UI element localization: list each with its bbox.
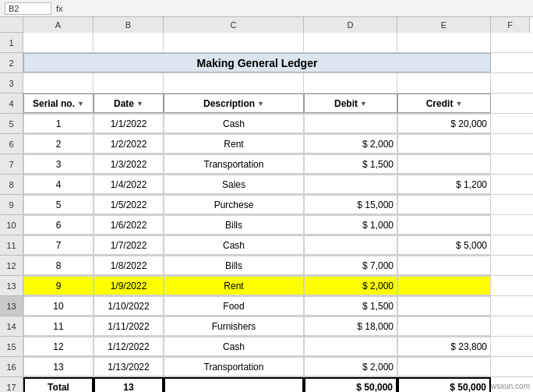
row-header-1[interactable]: 1 — [0, 33, 23, 53]
header-description[interactable]: Description ▼ — [164, 94, 304, 113]
cell-serial-5[interactable]: 5 — [23, 195, 94, 214]
row-header-6[interactable]: 6 — [0, 134, 23, 154]
credit-dropdown-icon[interactable]: ▼ — [455, 100, 462, 108]
cell-credit-3[interactable] — [397, 154, 491, 174]
cell-desc-3[interactable]: Transportation — [164, 154, 304, 174]
cell-serial-3[interactable]: 3 — [23, 154, 94, 174]
cell-e3[interactable] — [304, 73, 397, 93]
cell-date-6[interactable]: 1/6/2022 — [94, 215, 164, 235]
cell-date-13[interactable]: 1/13/2022 — [94, 357, 164, 376]
cell-desc-6[interactable]: Bills — [164, 215, 304, 235]
col-header-g[interactable]: F — [491, 17, 530, 33]
col-header-e[interactable]: D — [304, 17, 397, 33]
col-header-f[interactable]: E — [397, 17, 491, 33]
cell-credit-5[interactable] — [397, 195, 491, 214]
row-header-14[interactable]: 13 — [0, 296, 23, 316]
cell-serial-7[interactable]: 7 — [23, 235, 94, 255]
cell-date-7[interactable]: 1/7/2022 — [94, 235, 164, 255]
cell-desc-12[interactable]: Cash — [164, 337, 304, 356]
col-header-d[interactable]: C — [164, 17, 304, 33]
date-dropdown-icon[interactable]: ▼ — [136, 100, 143, 108]
cell-f1[interactable] — [397, 33, 491, 52]
cell-date-5[interactable]: 1/5/2022 — [94, 195, 164, 214]
cell-c1[interactable] — [94, 33, 164, 52]
cell-desc-11[interactable]: Furnishers — [164, 316, 304, 336]
row-header-5[interactable]: 5 — [0, 114, 23, 134]
cell-serial-10[interactable]: 10 — [23, 296, 94, 316]
desc-dropdown-icon[interactable]: ▼ — [257, 100, 264, 108]
cell-credit-9[interactable] — [397, 276, 491, 295]
header-serial[interactable]: Serial no. ▼ — [23, 94, 94, 113]
cell-serial-2[interactable]: 2 — [23, 134, 94, 154]
row-header-12[interactable]: 12 — [0, 256, 23, 276]
cell-serial-13[interactable]: 13 — [23, 357, 94, 376]
cell-credit-13[interactable] — [397, 357, 491, 376]
cell-date-12[interactable]: 1/12/2022 — [94, 337, 164, 356]
row-header-2[interactable]: 2 — [0, 53, 23, 73]
cell-c3[interactable] — [94, 73, 164, 93]
cell-date-10[interactable]: 1/10/2022 — [94, 296, 164, 316]
cell-debit-1[interactable] — [304, 114, 397, 133]
cell-serial-11[interactable]: 11 — [23, 316, 94, 336]
row-header-3[interactable]: 3 — [0, 73, 23, 94]
cell-credit-6[interactable] — [397, 215, 491, 235]
row-header-10[interactable]: 10 — [0, 215, 23, 235]
header-credit[interactable]: Credit ▼ — [397, 94, 491, 113]
cell-debit-8[interactable]: $ 7,000 — [304, 256, 397, 275]
cell-debit-6[interactable]: $ 1,000 — [304, 215, 397, 235]
cell-b3[interactable] — [23, 73, 94, 93]
cell-serial-4[interactable]: 4 — [23, 175, 94, 194]
cell-debit-12[interactable] — [304, 337, 397, 356]
debit-dropdown-icon[interactable]: ▼ — [360, 100, 367, 108]
cell-serial-1[interactable]: 1 — [23, 114, 94, 133]
row-header-9[interactable]: 9 — [0, 195, 23, 215]
cell-desc-5[interactable]: Purchese — [164, 195, 304, 214]
cell-debit-10[interactable]: $ 1,500 — [304, 296, 397, 316]
cell-credit-10[interactable] — [397, 296, 491, 316]
row-header-4[interactable]: 4 — [0, 94, 23, 114]
cell-credit-12[interactable]: $ 23,800 — [397, 337, 491, 356]
cell-credit-4[interactable]: $ 1,200 — [397, 175, 491, 194]
serial-dropdown-icon[interactable]: ▼ — [77, 100, 84, 108]
cell-debit-9[interactable]: $ 2,000 — [304, 276, 397, 295]
row-header-15[interactable]: 14 — [0, 316, 23, 337]
cell-desc-2[interactable]: Rent — [164, 134, 304, 154]
col-header-c[interactable]: B — [94, 17, 164, 33]
cell-date-4[interactable]: 1/4/2022 — [94, 175, 164, 194]
header-date[interactable]: Date ▼ — [94, 94, 164, 113]
row-header-8[interactable]: 8 — [0, 175, 23, 195]
cell-debit-2[interactable]: $ 2,000 — [304, 134, 397, 154]
row-header-7[interactable]: 7 — [0, 154, 23, 175]
cell-debit-3[interactable]: $ 1,500 — [304, 154, 397, 174]
cell-credit-1[interactable]: $ 20,000 — [397, 114, 491, 133]
cell-credit-2[interactable] — [397, 134, 491, 154]
cell-d3[interactable] — [164, 73, 304, 93]
row-header-16[interactable]: 15 — [0, 337, 23, 357]
cell-credit-8[interactable] — [397, 256, 491, 275]
cell-desc-4[interactable]: Sales — [164, 175, 304, 194]
cell-desc-8[interactable]: Bills — [164, 256, 304, 275]
cell-date-11[interactable]: 1/11/2022 — [94, 316, 164, 336]
cell-desc-13[interactable]: Transportation — [164, 357, 304, 376]
cell-desc-9[interactable]: Rent — [164, 276, 304, 295]
cell-debit-5[interactable]: $ 15,000 — [304, 195, 397, 214]
row-header-11[interactable]: 11 — [0, 235, 23, 256]
row-header-13[interactable]: 13 — [0, 276, 23, 296]
cell-credit-11[interactable] — [397, 316, 491, 336]
cell-credit-7[interactable]: $ 5,000 — [397, 235, 491, 255]
cell-desc-10[interactable]: Food — [164, 296, 304, 316]
cell-b1[interactable] — [23, 33, 94, 52]
cell-desc-1[interactable]: Cash — [164, 114, 304, 133]
cell-serial-12[interactable]: 12 — [23, 337, 94, 356]
header-debit[interactable]: Debit ▼ — [304, 94, 397, 113]
name-box[interactable]: B2 — [5, 2, 51, 15]
cell-f3[interactable] — [397, 73, 491, 93]
col-header-b[interactable]: A — [23, 17, 94, 33]
cell-serial-8[interactable]: 8 — [23, 256, 94, 275]
cell-debit-13[interactable]: $ 2,000 — [304, 357, 397, 376]
cell-date-2[interactable]: 1/2/2022 — [94, 134, 164, 154]
cell-date-1[interactable]: 1/1/2022 — [94, 114, 164, 133]
cell-date-9[interactable]: 1/9/2022 — [94, 276, 164, 295]
row-header-18[interactable]: 17 — [0, 377, 23, 392]
cell-date-3[interactable]: 1/3/2022 — [94, 154, 164, 174]
